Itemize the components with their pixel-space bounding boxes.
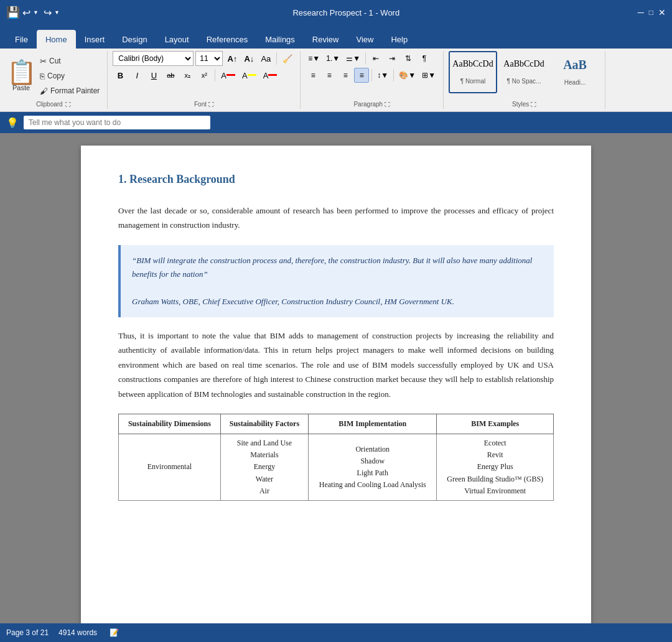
undo-dropdown[interactable]: ▼ xyxy=(33,9,39,16)
no-spacing-preview: AaBbCcDd xyxy=(503,60,544,68)
paragraph-2: Thus, it is important to note the value … xyxy=(118,328,554,401)
change-case-btn[interactable]: Aa xyxy=(258,51,273,66)
tab-view[interactable]: View xyxy=(347,30,382,49)
sep3 xyxy=(365,52,366,65)
show-marks-btn[interactable]: ¶ xyxy=(417,51,432,66)
tab-home[interactable]: Home xyxy=(37,30,76,49)
customize-icon[interactable]: ▼ xyxy=(54,9,60,16)
heading-label: Headi... xyxy=(564,79,586,86)
font-size-select[interactable]: 11 xyxy=(195,51,223,66)
sort-btn[interactable]: ⇅ xyxy=(401,51,416,66)
bullets-btn[interactable]: ≡▼ xyxy=(306,51,322,66)
save-icon[interactable]: 💾 xyxy=(6,6,20,19)
strikethrough-btn[interactable]: ab xyxy=(163,68,178,83)
blockquote-author: Graham Watts, OBE, Chief Executive Offic… xyxy=(132,295,543,309)
table-cell-implementation: Orientation Shadow Light Path Heating an… xyxy=(309,434,437,501)
bold-btn[interactable]: B xyxy=(113,68,128,83)
styles-toolbar: AaBbCcDd ¶ Normal AaBbCcDd ¶ No Spac... … xyxy=(449,51,599,103)
styles-group: AaBbCcDd ¶ Normal AaBbCcDd ¶ No Spac... … xyxy=(444,51,605,109)
underline-btn[interactable]: U xyxy=(146,68,161,83)
style-heading[interactable]: AaB Headi... xyxy=(551,51,599,93)
text-color-btn[interactable]: A xyxy=(218,68,238,83)
maximize-btn[interactable]: □ xyxy=(649,8,653,17)
line-spacing-btn[interactable]: ↕▼ xyxy=(375,68,391,83)
table-header-factors: Sustainability Factors xyxy=(220,414,308,434)
align-right-btn[interactable]: ≡ xyxy=(338,68,353,83)
word-count: 4914 words xyxy=(58,628,97,637)
align-center-btn[interactable]: ≡ xyxy=(322,68,337,83)
paste-icon: 📋 xyxy=(7,60,36,84)
cut-label: Cut xyxy=(49,57,61,65)
table-header-examples: BIM Examples xyxy=(437,414,554,434)
format-painter-button[interactable]: 🖌 Format Painter xyxy=(37,85,102,97)
tab-references[interactable]: References xyxy=(198,30,256,49)
tab-help[interactable]: Help xyxy=(382,30,416,49)
copy-icon: ⎘ xyxy=(40,72,45,81)
undo-icon[interactable]: ↩ xyxy=(22,7,30,19)
subscript-btn[interactable]: x₂ xyxy=(180,68,195,83)
font-family-select[interactable]: Calibri (Body) xyxy=(113,51,194,66)
decrease-indent-btn[interactable]: ⇤ xyxy=(368,51,383,66)
track-changes-icon[interactable]: 📝 xyxy=(110,628,119,637)
table-header-implementation: BIM Implementation xyxy=(309,414,437,434)
multilevel-btn[interactable]: ⚌▼ xyxy=(343,51,363,66)
increase-font-btn[interactable]: A↑ xyxy=(225,51,240,66)
font-row2: B I U ab x₂ x² A A A xyxy=(113,68,295,83)
decrease-font-btn[interactable]: A↓ xyxy=(241,51,256,66)
redo-icon[interactable]: ↪ xyxy=(44,7,52,19)
style-no-spacing[interactable]: AaBbCcDd ¶ No Spac... xyxy=(500,51,548,93)
numbering-btn[interactable]: 1.▼ xyxy=(324,51,342,66)
title-bar: 💾 ↩ ▼ ↪ ▼ Research Prospect - 1 - Word ─… xyxy=(0,0,672,25)
borders-btn[interactable]: ⊞▼ xyxy=(419,68,438,83)
italic-btn[interactable]: I xyxy=(129,68,144,83)
table-cell-dimension: Environmental xyxy=(119,434,221,501)
sep4 xyxy=(371,69,372,81)
minimize-btn[interactable]: ─ xyxy=(638,7,644,17)
align-left-btn[interactable]: ≡ xyxy=(306,68,320,83)
format-painter-label: Format Painter xyxy=(50,86,100,95)
paste-button[interactable]: 📋 Paste xyxy=(5,54,37,98)
app-title: Research Prospect - 1 - Word xyxy=(60,8,633,17)
sep1 xyxy=(276,52,277,65)
tab-mailings[interactable]: Mailings xyxy=(256,30,304,49)
highlight-btn[interactable]: A xyxy=(240,68,259,83)
sep5 xyxy=(393,69,394,81)
paste-label: Paste xyxy=(12,84,30,91)
blockquote-text: “BIM will integrate the construction pro… xyxy=(132,254,543,281)
cut-button[interactable]: ✂ Cut xyxy=(37,55,102,67)
clear-formatting-btn[interactable]: 🧹 xyxy=(280,51,295,66)
table-header-dimensions: Sustainability Dimensions xyxy=(119,414,221,434)
tab-layout[interactable]: Layout xyxy=(156,30,198,49)
format-painter-icon: 🖌 xyxy=(40,86,48,96)
tab-file[interactable]: File xyxy=(6,30,37,49)
clipboard-actions: ✂ Cut ⎘ Copy 🖌 Format Painter xyxy=(37,54,102,98)
blockquote: “BIM will integrate the construction pro… xyxy=(118,245,554,317)
shading-btn[interactable]: 🎨▼ xyxy=(396,68,418,83)
tab-review[interactable]: Review xyxy=(304,30,348,49)
tab-design[interactable]: Design xyxy=(113,30,156,49)
font-row1: Calibri (Body) 11 A↑ A↓ Aa 🧹 xyxy=(113,51,295,66)
search-bar: 💡 xyxy=(0,112,672,133)
clipboard-label: Clipboard ⛶ xyxy=(36,101,72,108)
tab-insert[interactable]: Insert xyxy=(76,30,114,49)
font-toolbar: Calibri (Body) 11 A↑ A↓ Aa 🧹 B I U ab x₂… xyxy=(113,51,295,93)
clipboard-group: 📋 Paste ✂ Cut ⎘ Copy 🖌 Format Painter Cl… xyxy=(0,51,108,109)
copy-button[interactable]: ⎘ Copy xyxy=(37,70,102,82)
document-area: 1. Research Background Over the last dec… xyxy=(0,133,672,623)
styles-group-label: Styles ⛶ xyxy=(512,101,536,108)
ribbon: 📋 Paste ✂ Cut ⎘ Copy 🖌 Format Painter Cl… xyxy=(0,49,672,112)
ribbon-tabs: File Home Insert Design Layout Reference… xyxy=(0,25,672,49)
paragraph-toolbar: ≡▼ 1.▼ ⚌▼ ⇤ ⇥ ⇅ ¶ ≡ ≡ ≡ ≡ ↕▼ 🎨▼ ⊞▼ xyxy=(306,51,438,93)
increase-indent-btn[interactable]: ⇥ xyxy=(385,51,399,66)
document-heading: 1. Research Background xyxy=(118,170,554,188)
search-bulb-icon: 💡 xyxy=(6,117,19,129)
close-btn[interactable]: ✕ xyxy=(658,7,666,17)
font-color-btn[interactable]: A xyxy=(261,68,280,83)
font-group: Calibri (Body) 11 A↑ A↓ Aa 🧹 B I U ab x₂… xyxy=(108,51,301,109)
style-normal[interactable]: AaBbCcDd ¶ Normal xyxy=(449,51,497,93)
font-group-label: Font ⛶ xyxy=(194,101,214,108)
superscript-btn[interactable]: x² xyxy=(197,68,212,83)
justify-btn[interactable]: ≡ xyxy=(354,68,369,83)
tell-me-input[interactable] xyxy=(24,116,210,129)
page-info: Page 3 of 21 xyxy=(6,628,49,637)
